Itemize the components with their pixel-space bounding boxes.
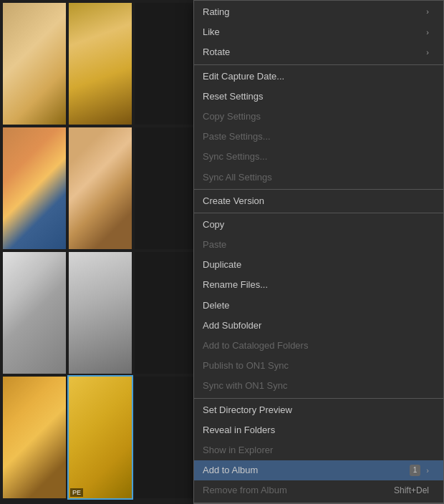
submenu-arrow-icon: › <box>426 465 429 476</box>
menu-item-copy-settings: Copy Settings <box>194 107 443 127</box>
menu-item-remove-from-album: Remove from Album Shift+Del <box>194 480 443 500</box>
menu-item-add-cataloged-folders: Add to Cataloged Folders <box>194 336 443 356</box>
photo-cell[interactable] <box>69 127 132 249</box>
photo-cell[interactable] <box>3 377 66 498</box>
menu-item-publish-on1-sync: Publish to ON1 Sync <box>194 356 443 376</box>
photo-cell[interactable] <box>3 127 66 249</box>
photo-cell[interactable] <box>135 377 198 498</box>
photo-cell[interactable] <box>3 252 66 374</box>
menu-item-create-version[interactable]: Create Version <box>194 191 443 211</box>
menu-item-paste-settings: Paste Settings... <box>194 127 443 147</box>
menu-item-duplicate[interactable]: Duplicate <box>194 255 443 275</box>
menu-separator <box>194 213 443 213</box>
menu-item-sync-settings: Sync Settings... <box>194 147 443 167</box>
menu-separator <box>194 189 443 190</box>
menu-separator <box>194 64 443 65</box>
menu-separator <box>194 503 443 503</box>
menu-item-show-in-explorer: Show in Explorer <box>194 440 443 460</box>
context-menu: Rating › Like › Rotate › Edit Capture Da… <box>193 0 444 504</box>
menu-item-edit-capture-date[interactable]: Edit Capture Date... <box>194 67 443 87</box>
menu-item-set-directory-preview[interactable]: Set Directory Preview <box>194 400 443 420</box>
menu-item-paste: Paste <box>194 235 443 255</box>
menu-item-sync-on1-sync: Sync with ON1 Sync <box>194 376 443 396</box>
menu-item-rename-files[interactable]: Rename Files... <box>194 275 443 295</box>
menu-item-delete[interactable]: Delete <box>194 296 443 316</box>
submenu-arrow-icon: › <box>426 27 429 38</box>
photo-cell[interactable] <box>135 127 198 249</box>
photo-label: PE <box>70 488 83 497</box>
photo-cell[interactable] <box>3 3 66 125</box>
menu-item-add-to-album[interactable]: Add to Album 1 › <box>194 460 443 480</box>
photo-cell[interactable] <box>69 252 132 374</box>
menu-item-rotate[interactable]: Rotate › <box>194 42 443 62</box>
photo-cell-selected[interactable]: PE <box>69 377 132 498</box>
menu-separator <box>194 398 443 399</box>
submenu-arrow-icon: › <box>426 47 429 58</box>
menu-item-add-subfolder[interactable]: Add Subfolder <box>194 316 443 336</box>
album-badge: 1 <box>410 465 421 476</box>
menu-item-rating[interactable]: Rating › <box>194 2 443 22</box>
menu-item-like[interactable]: Like › <box>194 22 443 42</box>
menu-item-reveal-in-folders[interactable]: Reveal in Folders <box>194 420 443 440</box>
menu-item-reset-settings[interactable]: Reset Settings <box>194 87 443 107</box>
photo-cell[interactable] <box>69 3 132 125</box>
menu-item-sync-all-settings: Sync All Settings <box>194 168 443 188</box>
menu-item-copy[interactable]: Copy <box>194 215 443 235</box>
photo-cell[interactable] <box>135 3 198 125</box>
photo-cell[interactable] <box>135 252 198 374</box>
photo-grid: PE <box>0 0 201 504</box>
submenu-arrow-icon: › <box>426 6 429 17</box>
